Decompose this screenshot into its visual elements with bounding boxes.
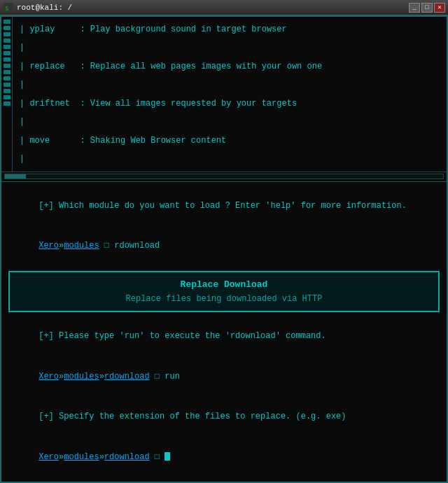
- scroll-tick-6: [4, 51, 10, 55]
- scroll-tick-1: [4, 20, 10, 24]
- modules-link-3: modules: [64, 452, 99, 462]
- content-area: | yplay : Play background sound in targe…: [13, 17, 447, 172]
- empty-line-4: |: [20, 153, 440, 165]
- rdownload-link: rdownload: [104, 372, 150, 382]
- scroll-tick-3: [4, 32, 10, 36]
- module-bar-replace: |: [20, 62, 29, 71]
- run-prompt-text: [+] Please type 'run' to execute the 'rd…: [38, 331, 326, 341]
- module-box-title: Replace Download: [17, 279, 431, 290]
- module-prompt-text: [+] Which module do you want to load ? E…: [38, 201, 407, 211]
- scroll-tick-2: [4, 26, 10, 30]
- bottom-area: [+] Which module do you want to load ? E…: [1, 181, 447, 482]
- module-prompt-line: [+] Which module do you want to load ? E…: [8, 186, 440, 227]
- module-entry-yplay: | yplay : Play background sound in targe…: [20, 22, 440, 36]
- empty-line-1: |: [20, 41, 440, 54]
- scroll-tick-14: [4, 102, 10, 106]
- scroll-tick-8: [4, 64, 10, 68]
- xero-prompt-1-line: Xero»modules □ rdownload: [8, 226, 440, 267]
- module-entry-replace: | replace : Replace all web pages images…: [20, 59, 440, 73]
- modules-link-1: modules: [64, 241, 99, 251]
- module-name-move: move: [29, 136, 50, 146]
- title-text: root@kali: /: [17, 4, 72, 12]
- prompt-cursor-1: □: [99, 241, 115, 251]
- scrollbar-bottom[interactable]: [1, 172, 447, 181]
- empty-line-2: |: [20, 78, 440, 91]
- xero-prompt-3-line: Xero»modules»rdownload □: [8, 437, 440, 477]
- module-entry-move: | move : Shaking Web Browser content: [20, 134, 440, 147]
- module-name-yplay: yplay: [29, 24, 55, 34]
- prompt-sep-2b: »: [99, 372, 104, 382]
- svg-text:$: $: [5, 5, 8, 12]
- scroll-tick-12: [4, 89, 10, 93]
- rdownload-link-3: rdownload: [104, 452, 150, 462]
- xero-link-2: Xero: [38, 372, 59, 382]
- module-sep-move: :: [50, 136, 90, 146]
- scrollbar-left[interactable]: [1, 17, 13, 172]
- xero-input-2: run: [164, 372, 180, 382]
- specify-prompt-text: [+] Specify the extension of the files t…: [38, 412, 346, 421]
- scroll-tick-11: [4, 83, 10, 87]
- xero-link-1: Xero: [38, 241, 59, 251]
- module-box: Replace Download Replace files being dow…: [8, 271, 440, 312]
- prompt-cursor-2: □: [150, 372, 165, 382]
- module-desc-yplay: Play background sound in target browser: [90, 24, 287, 34]
- scroll-tick-5: [4, 45, 10, 49]
- prompt-cursor-3: □: [150, 452, 165, 462]
- xero-prompt-2-line: Xero»modules»rdownload □ run: [8, 356, 440, 397]
- module-name-driftnet: driftnet: [29, 99, 70, 108]
- cursor-block: [164, 452, 170, 461]
- module-name-replace: replace: [29, 62, 64, 71]
- module-bar-driftnet: |: [20, 99, 29, 108]
- modules-link-2: modules: [64, 372, 99, 382]
- module-box-desc: Replace files being downloaded via HTTP: [17, 294, 431, 304]
- scroll-tick-4: [4, 38, 10, 43]
- terminal-icon: $: [3, 2, 14, 13]
- scroll-tick-10: [4, 76, 10, 80]
- run-prompt-line: [+] Please type 'run' to execute the 'rd…: [8, 316, 440, 357]
- title-bar: $ root@kali: / _ □ ✕: [0, 0, 448, 15]
- title-bar-buttons: _ □ ✕: [409, 3, 445, 13]
- scroll-area: | yplay : Play background sound in targe…: [1, 17, 447, 172]
- scroll-h-track[interactable]: [4, 174, 444, 179]
- module-bar-move: |: [20, 136, 29, 146]
- scroll-tick-9: [4, 70, 10, 74]
- module-entry-driftnet: | driftnet : View all images requested b…: [20, 97, 440, 110]
- module-sep-driftnet: :: [70, 99, 90, 108]
- module-desc-driftnet: View all images requested by your target…: [90, 99, 297, 108]
- maximize-button[interactable]: □: [421, 3, 433, 13]
- main-window: | yplay : Play background sound in targe…: [0, 15, 448, 483]
- scroll-tick-7: [4, 57, 10, 62]
- minimize-button[interactable]: _: [409, 3, 420, 13]
- scroll-tick-13: [4, 95, 10, 99]
- module-bar-yplay: |: [20, 24, 29, 34]
- xero-input-1: rdownload: [114, 241, 160, 251]
- module-desc-replace: Replace all web pages images with your o…: [90, 62, 322, 71]
- prompt-sep-3b: »: [99, 452, 104, 462]
- module-desc-move: Shaking Web Browser content: [90, 136, 226, 146]
- module-sep-yplay: :: [55, 24, 90, 34]
- specify-prompt-line: [+] Specify the extension of the files t…: [8, 397, 440, 438]
- close-button[interactable]: ✕: [434, 3, 445, 13]
- empty-line-3: |: [20, 115, 440, 128]
- scroll-h-thumb: [5, 174, 26, 178]
- module-sep-replace: :: [65, 62, 90, 71]
- xero-link-3: Xero: [38, 452, 59, 462]
- title-bar-left: $ root@kali: /: [3, 2, 72, 13]
